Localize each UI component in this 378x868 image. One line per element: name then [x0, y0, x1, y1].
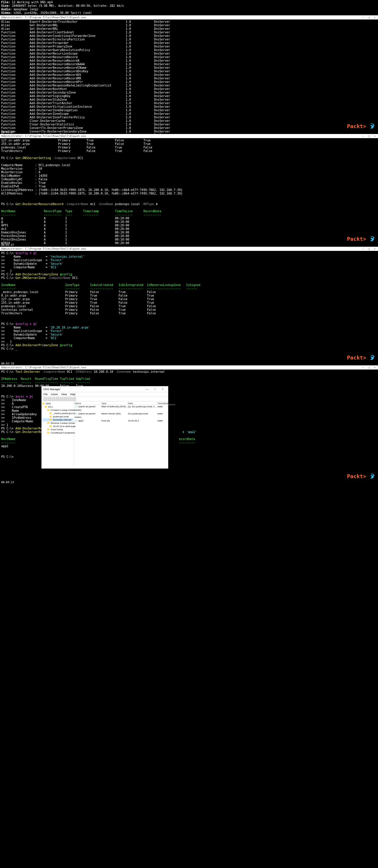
- dns-manager-window[interactable]: DNS Manager — □ × File Action View Help …: [41, 386, 168, 469]
- maximize-button[interactable]: □: [367, 366, 371, 369]
- packt-logo: Packt>: [347, 354, 366, 361]
- close-button[interactable]: ×: [373, 134, 377, 137]
- minimize-button[interactable]: —: [144, 388, 151, 391]
- tree-node[interactable]: 📁 Reverse Lookup Zones: [42, 422, 73, 425]
- toolbar-icon[interactable]: [72, 397, 76, 401]
- dns-tree-view[interactable]: 📁 DNS📁 DC1📁 Forward Lookup Zones📁 _msdcs…: [41, 401, 74, 466]
- terminal-section-4: Administrator: C:\Program Files\PowerShe…: [0, 365, 378, 480]
- tree-node[interactable]: 📁 psdevops.local: [42, 415, 73, 418]
- tree-node[interactable]: 📁 Trust Points: [42, 428, 73, 431]
- dns-toolbar[interactable]: [41, 397, 168, 401]
- techsnips-icon: [369, 354, 376, 361]
- techsnips-icon: [369, 236, 376, 242]
- close-button[interactable]: ×: [373, 247, 377, 250]
- minimize-button[interactable]: —: [361, 247, 365, 250]
- maximize-button[interactable]: □: [367, 16, 371, 19]
- tree-node[interactable]: 📁 Conditional Forwarders: [42, 431, 73, 434]
- packt-logo: Packt>: [347, 473, 366, 479]
- terminal-section-3: Administrator: C:\Program Files\PowerShe…: [0, 247, 378, 362]
- minimize-button[interactable]: —: [361, 16, 365, 19]
- list-item[interactable]: 📄 (same as parent folder)Start of Author…: [75, 405, 175, 412]
- maximize-button[interactable]: □: [367, 247, 371, 250]
- close-button[interactable]: ×: [373, 16, 377, 19]
- terminal-titlebar[interactable]: Administrator: C:\Program Files\PowerShe…: [0, 365, 378, 370]
- toolbar-icon[interactable]: [68, 397, 72, 401]
- tree-node[interactable]: 📁 _msdcs.psdevops.loc: [42, 412, 73, 415]
- close-button[interactable]: ×: [159, 388, 166, 391]
- tree-node[interactable]: 📁 techsnips.internal: [42, 418, 73, 422]
- dns-window-title: DNS Manager: [43, 388, 60, 391]
- tree-node[interactable]: 📁 Forward Lookup Zones: [42, 408, 73, 412]
- file-info-header: File: 12.Working with DNS.mp4 Size: 1046…: [0, 0, 378, 16]
- menu-view[interactable]: View: [61, 393, 67, 396]
- dns-list-view[interactable]: NameTypeDataTimestamp📄 (same as parent f…: [74, 401, 176, 466]
- packt-logo: Packt>: [347, 236, 366, 242]
- maximize-button[interactable]: □: [151, 388, 158, 391]
- timestamp-3: 00:03:10: [0, 362, 378, 365]
- timestamp-4: 00:04:13: [0, 480, 378, 484]
- command-output[interactable]: Alias Export-DnsServerTrustAnchor 1.0 Dn…: [0, 20, 378, 152]
- toolbar-icon[interactable]: [52, 397, 55, 401]
- toolbar-icon[interactable]: [64, 397, 68, 401]
- tree-node[interactable]: 📁 DC1: [42, 405, 73, 408]
- menu-help[interactable]: Help: [70, 393, 76, 396]
- maximize-button[interactable]: □: [367, 134, 371, 137]
- toolbar-icon[interactable]: [60, 397, 63, 401]
- tree-node[interactable]: 📁 DNS: [42, 402, 73, 405]
- command-output[interactable]: 127.in-addr.arpa Primary True False True…: [0, 138, 378, 253]
- toolbar-icon[interactable]: [43, 397, 47, 401]
- minimize-button[interactable]: —: [361, 366, 365, 369]
- list-item[interactable]: 📄 app2Host (A)10.20.20.1static: [75, 419, 175, 423]
- minimize-button[interactable]: —: [361, 134, 365, 137]
- menu-file[interactable]: File: [43, 393, 48, 396]
- techsnips-icon: [369, 473, 376, 479]
- terminal-titlebar[interactable]: Administrator: C:\Program Files\PowerShe…: [0, 16, 378, 20]
- toolbar-icon[interactable]: [56, 397, 59, 401]
- terminal-titlebar[interactable]: Administrator: C:\Program Files\PowerShe…: [0, 134, 378, 138]
- terminal-titlebar[interactable]: Administrator: C:\Program Files\PowerShe…: [0, 247, 378, 251]
- list-item[interactable]: 📄 (same as parent folder)Name Server (NS…: [75, 412, 175, 419]
- terminal-section-1: Administrator: C:\Program Files\PowerShe…: [0, 16, 378, 130]
- terminal-section-2: Administrator: C:\Program Files\PowerShe…: [0, 134, 378, 243]
- dns-titlebar[interactable]: DNS Manager — □ ×: [41, 386, 168, 392]
- packt-logo: Packt>: [347, 123, 366, 129]
- command-output[interactable]: PS C:\> $config = @{ >> Name = 'techsnip…: [0, 251, 378, 351]
- toolbar-icon[interactable]: [48, 397, 51, 401]
- tree-node[interactable]: 📁 20.20.10.in-addr.arpa: [42, 425, 73, 428]
- techsnips-icon: [369, 123, 376, 129]
- close-button[interactable]: ×: [373, 366, 377, 369]
- dns-menu-bar[interactable]: File Action View Help: [41, 392, 168, 397]
- menu-action[interactable]: Action: [51, 393, 58, 396]
